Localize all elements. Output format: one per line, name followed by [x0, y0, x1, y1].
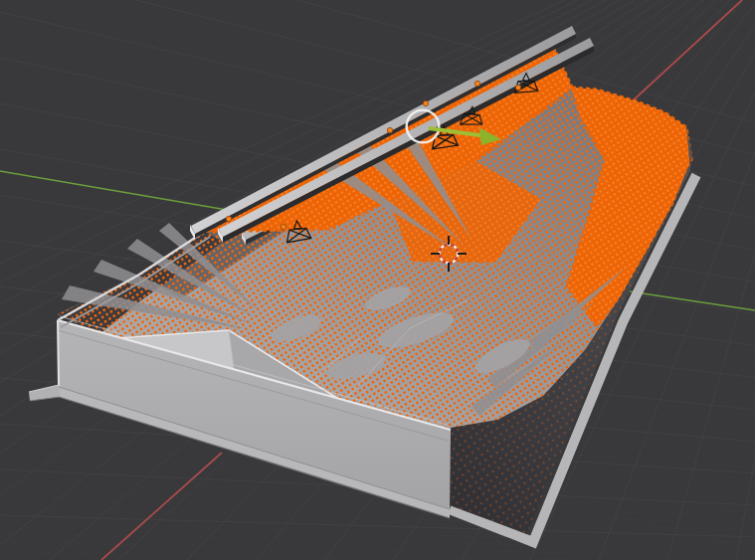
viewport-3d[interactable]	[0, 0, 755, 560]
object-origin-dot[interactable]	[515, 85, 520, 90]
object-origin-dot[interactable]	[474, 81, 479, 86]
object-origin-dot[interactable]	[281, 224, 285, 229]
object-origin-dot[interactable]	[387, 127, 392, 132]
object-origin-dot[interactable]	[423, 100, 428, 105]
object-origin-dot[interactable]	[226, 216, 231, 221]
box-left-corner-edge	[58, 320, 59, 386]
